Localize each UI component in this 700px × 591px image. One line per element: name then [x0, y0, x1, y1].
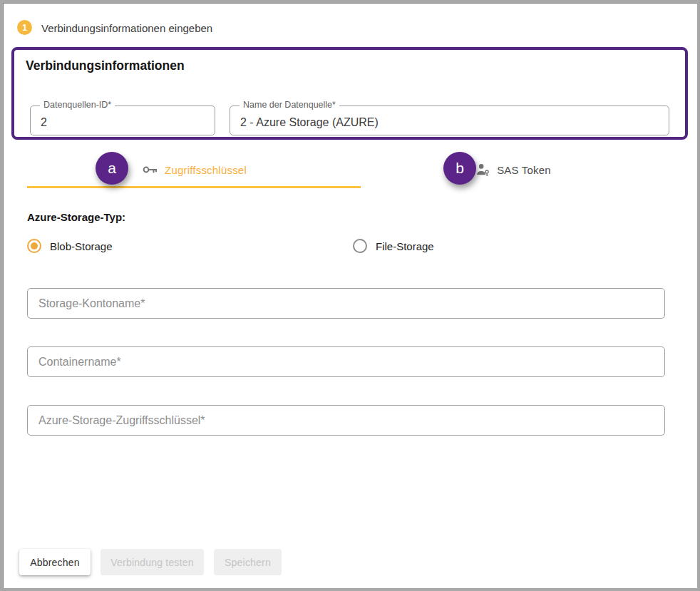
datasource-id-field: Datenquellen-ID* [30, 106, 215, 135]
container-name-input[interactable] [27, 346, 665, 377]
step-title: Verbindungsinformationen eingeben [41, 22, 212, 34]
tab-sas-token[interactable]: SAS Token [361, 153, 665, 187]
storage-account-name-input[interactable] [27, 288, 665, 319]
datasource-id-input[interactable] [31, 106, 215, 135]
active-tab-indicator [27, 186, 361, 188]
test-connection-button: Verbindung testen [101, 549, 204, 575]
datasource-name-input[interactable] [230, 106, 669, 135]
tab-sas-token-label: SAS Token [497, 164, 551, 176]
access-key-input[interactable] [27, 405, 665, 436]
datasource-id-label: Datenquellen-ID* [40, 100, 115, 110]
datasource-name-label: Name der Datenquelle* [240, 100, 339, 110]
annotation-marker-b: b [443, 152, 476, 185]
radio-blob-storage-label: Blob-Storage [50, 240, 113, 252]
connection-dialog: 1 Verbindungsinformationen eingeben Verb… [0, 0, 700, 591]
radio-blob-storage[interactable] [27, 239, 41, 253]
panel-title: Verbindungsinformationen [26, 58, 185, 73]
tab-zugriffsschluessel-label: Zugriffsschlüssel [165, 164, 247, 176]
radio-file-storage[interactable] [353, 239, 367, 253]
annotation-marker-a: a [96, 152, 128, 185]
cancel-button[interactable]: Abbrechen [19, 549, 91, 575]
radio-option-file-storage[interactable]: File-Storage [353, 239, 434, 253]
radio-file-storage-label: File-Storage [376, 240, 434, 252]
step-number-badge: 1 [17, 20, 32, 35]
save-button: Speichern [214, 549, 282, 575]
storage-type-heading: Azure-Storage-Typ: [27, 211, 125, 223]
person-key-icon [475, 162, 490, 178]
datasource-name-field: Name der Datenquelle* [230, 106, 669, 135]
radio-option-blob-storage[interactable]: Blob-Storage [27, 239, 113, 253]
key-icon [141, 161, 158, 178]
tab-zugriffsschluessel[interactable]: Zugriffsschlüssel [27, 153, 361, 187]
connection-info-panel: Verbindungsinformationen Datenquellen-ID… [11, 47, 688, 140]
